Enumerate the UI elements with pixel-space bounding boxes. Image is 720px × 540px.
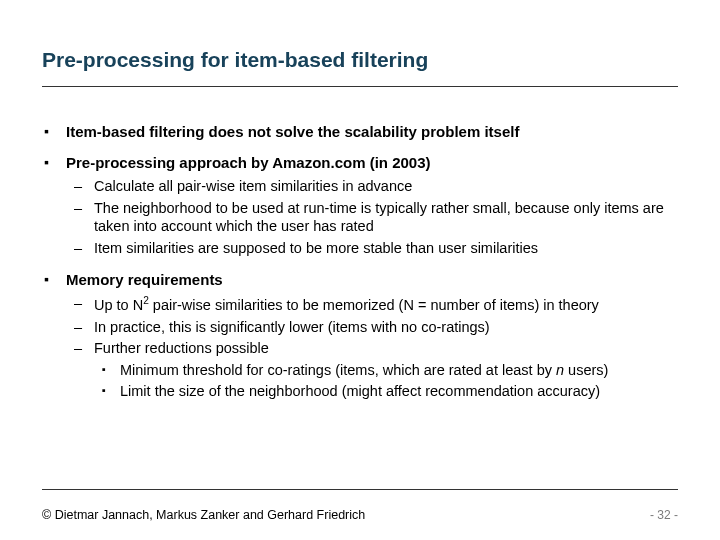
text-frag: users) xyxy=(564,362,608,378)
copyright-text: © Dietmar Jannach, Markus Zanker and Ger… xyxy=(42,508,365,522)
title-divider xyxy=(42,86,678,87)
bullet-item: Memory requirements Up to N2 pair-wise s… xyxy=(66,271,678,401)
slide-content: Item-based filtering does not solve the … xyxy=(42,123,678,401)
bullet-item: Item-based filtering does not solve the … xyxy=(66,123,678,140)
sub-list: Calculate all pair-wise item similaritie… xyxy=(66,177,678,257)
bullet-text: Memory requirements xyxy=(66,271,223,288)
footer-divider xyxy=(42,489,678,490)
text-frag: Further reductions possible xyxy=(94,340,269,356)
subsub-item: Limit the size of the neighborhood (migh… xyxy=(120,382,678,401)
bullet-item: Pre-processing approach by Amazon.com (i… xyxy=(66,154,678,257)
sub-item: Item similarities are supposed to be mor… xyxy=(94,239,678,258)
slide-title: Pre-processing for item-based filtering xyxy=(42,48,678,72)
footer: © Dietmar Jannach, Markus Zanker and Ger… xyxy=(42,508,678,522)
sub-item: Further reductions possible Minimum thre… xyxy=(94,339,678,401)
sub-list: Up to N2 pair-wise similarities to be me… xyxy=(66,294,678,401)
text-frag: pair-wise similarities to be memorized (… xyxy=(149,297,599,313)
italic-var: n xyxy=(556,362,564,378)
sub-item: Calculate all pair-wise item similaritie… xyxy=(94,177,678,196)
text-frag: Minimum threshold for co-ratings (items,… xyxy=(120,362,556,378)
sub-item: In practice, this is significantly lower… xyxy=(94,318,678,337)
bullet-list: Item-based filtering does not solve the … xyxy=(42,123,678,401)
sub-item: The neighborhood to be used at run-time … xyxy=(94,199,678,236)
bullet-text: Pre-processing approach by Amazon.com (i… xyxy=(66,154,431,171)
subsub-list: Minimum threshold for co-ratings (items,… xyxy=(94,361,678,401)
subsub-item: Minimum threshold for co-ratings (items,… xyxy=(120,361,678,380)
sub-item: Up to N2 pair-wise similarities to be me… xyxy=(94,294,678,314)
text-frag: Up to N xyxy=(94,297,143,313)
page-number: - 32 - xyxy=(650,508,678,522)
